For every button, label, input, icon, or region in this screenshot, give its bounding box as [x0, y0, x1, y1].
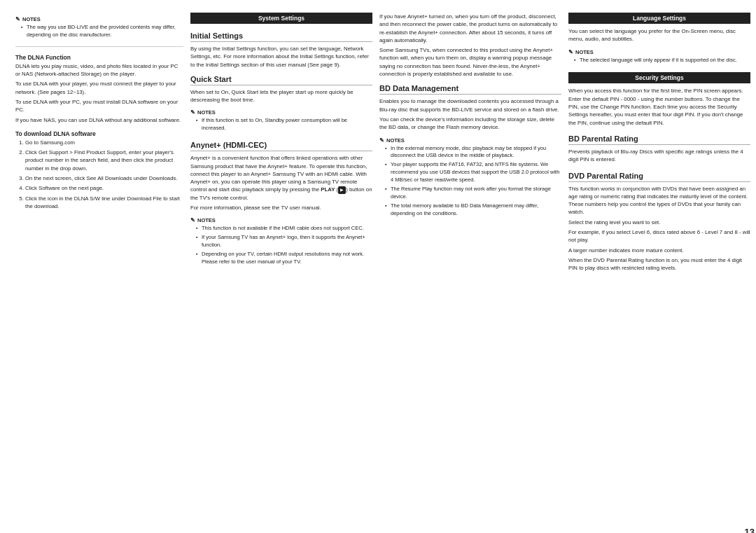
security-p1: When you access this function for the fi…	[568, 87, 750, 126]
dlna-p1: DLNA lets you play music, video, and pho…	[15, 62, 183, 78]
dlna-p4: If you have NAS, you can use DLNA withou…	[15, 116, 183, 124]
anynet-extra-p2: Some Samsung TVs, when connected to this…	[379, 46, 561, 78]
step-3: On the next screen, click See All Downlo…	[25, 174, 183, 182]
anynet-notes-list: This function is not available if the HD…	[190, 225, 372, 267]
lang-notes-list: The selected language will only appear i…	[568, 57, 750, 66]
bd-data-title: BD Data Management	[379, 84, 561, 95]
bd-data-p2: You can check the device's information i…	[379, 116, 561, 132]
step-5: Click the icon in the DLNA S/W line unde…	[25, 195, 183, 211]
initial-settings-title: Initial Settings	[190, 32, 372, 42]
notes-label-bd: NOTES	[379, 137, 561, 144]
anynet-note-3: Depending on your TV, certain HDMI outpu…	[196, 251, 372, 266]
notes-label-anynet: NOTES	[190, 217, 372, 223]
anynet-note-2: If your Samsung TV has an Anynet+ logo, …	[196, 234, 372, 249]
system-settings-header: System Settings	[190, 13, 372, 24]
quick-p1: When set to On, Quick Start lets the pla…	[190, 88, 372, 104]
dlna-p3: To use DLNA with your PC, you must insta…	[15, 98, 183, 114]
anynet-p1: Anynet+ is a convenient function that of…	[190, 154, 372, 202]
notes-label-lang: NOTES	[568, 49, 750, 55]
lang-p1: You can select the language you prefer f…	[568, 27, 750, 43]
step-2: Click Get Support > Find Product Support…	[25, 148, 183, 172]
bd-note-2: Your player supports the FAT16, FAT32, a…	[385, 161, 561, 184]
notes-label-col1: NOTES	[15, 16, 183, 22]
note-item-1: The way you use BD-LIVE and the provided…	[21, 24, 183, 39]
download-dlna-title: To download DLNA software	[15, 130, 183, 137]
play-button-icon: ▶	[338, 186, 346, 194]
anynet-extra-p1: If you have Anynet+ turned on, when you …	[379, 13, 561, 44]
notes-list-col1: The way you use BD-LIVE and the provided…	[15, 24, 183, 41]
dlna-function-title: The DLNA Function	[15, 54, 183, 61]
lang-settings-header: Language Settings	[568, 13, 750, 24]
security-settings-header: Security Settings	[568, 72, 750, 83]
bd-notes-list: In the external memory mode, disc playba…	[379, 145, 561, 219]
initial-p1: By using the Initial Settings function, …	[190, 45, 372, 69]
notes-label-quick: NOTES	[190, 109, 372, 116]
download-steps: Go to Samsung.com Click Get Support > Fi…	[15, 139, 183, 212]
dvd-parental-p5: When the DVD Parental Rating function is…	[568, 256, 750, 272]
lang-note-1: The selected language will only appear i…	[574, 57, 750, 64]
dvd-parental-p4: A larger number indicates more mature co…	[568, 247, 750, 254]
step-1: Go to Samsung.com	[25, 139, 183, 146]
quick-start-title: Quick Start	[190, 75, 372, 85]
bd-note-1: In the external memory mode, disc playba…	[385, 145, 561, 160]
page-number: 13	[745, 527, 755, 533]
dvd-parental-p3: For example, if you select Level 6, disc…	[568, 228, 750, 244]
bd-parental-title: BD Parental Rating	[568, 134, 750, 145]
anynet-title: Anynet+ (HDMI-CEC)	[190, 141, 372, 151]
bd-parental-p1: Prevents playback of Blu-ray Discs with …	[568, 148, 750, 164]
dvd-parental-p1: This function works in conjunction with …	[568, 185, 750, 216]
anynet-note-1: This function is not available if the HD…	[196, 225, 372, 233]
step-4: Click Software on the next page.	[25, 184, 183, 192]
column-2: System Settings Initial Settings By usin…	[190, 13, 372, 533]
dvd-parental-title: DVD Parental Rating	[568, 172, 750, 182]
dlna-p2: To use DLNA with your player, you must c…	[15, 80, 183, 96]
quick-notes-list: If this function is set to On, Standby p…	[190, 117, 372, 134]
anynet-p2: For more information, please see the TV …	[190, 204, 372, 212]
column-4: Language Settings You can select the lan…	[568, 13, 750, 533]
column-1: NOTES The way you use BD-LIVE and the pr…	[15, 13, 183, 533]
bd-note-3: The Resume Play function may not work af…	[385, 186, 561, 201]
dvd-parental-p2: Select the rating level you want to set.	[568, 219, 750, 226]
bd-data-p1: Enables you to manage the downloaded con…	[379, 97, 561, 113]
column-3: If you have Anynet+ turned on, when you …	[379, 13, 561, 533]
bd-note-4: The total memory available to BD Data Ma…	[385, 202, 561, 218]
quick-note-1: If this function is set to On, Standby p…	[196, 117, 372, 132]
